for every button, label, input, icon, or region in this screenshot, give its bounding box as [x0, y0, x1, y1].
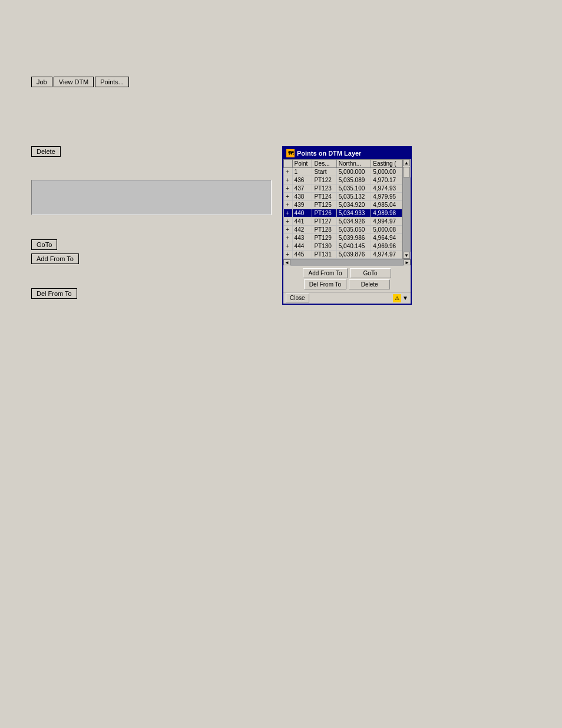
easting-cell: 4,994.97 [371, 218, 402, 226]
northing-cell: 5,034.920 [336, 201, 371, 209]
popup-goto-button[interactable]: GoTo [350, 268, 391, 278]
table-row[interactable]: +443PT1295,039.9864,964.94 [284, 234, 402, 242]
h-scrollbar-track [290, 259, 404, 266]
scrollbar-thumb [403, 167, 410, 177]
northing-cell: 5,035.132 [336, 193, 371, 201]
northing-cell: 5,040.145 [336, 242, 371, 251]
easting-cell: 4,985.04 [371, 201, 402, 209]
desc-cell: PT123 [312, 185, 336, 193]
v-scrollbar[interactable]: ▲ ▼ [402, 159, 411, 259]
point-cell: 442 [292, 226, 312, 234]
del-from-to-button[interactable]: Del From To [31, 288, 77, 299]
table-row[interactable]: +445PT1315,039.8764,974.97 [284, 251, 402, 259]
point-cell: 439 [292, 201, 312, 209]
northing-cell: 5,039.986 [336, 234, 371, 242]
main-area: Job View DTM Points... Delete GoTo Add F… [0, 0, 562, 728]
table-row[interactable]: +440PT1265,034.9334,989.98 [284, 209, 402, 218]
table-row[interactable]: +1Start5,000.0005,000.00 [284, 168, 402, 176]
desc-cell: PT124 [312, 193, 336, 201]
desc-cell: PT125 [312, 201, 336, 209]
col-point: Point [292, 160, 312, 168]
northing-cell: 5,034.926 [336, 218, 371, 226]
scrollbar-track [403, 177, 411, 252]
popup-delete-button[interactable]: Delete [349, 279, 390, 289]
point-cell: 438 [292, 193, 312, 201]
desc-cell: PT127 [312, 218, 336, 226]
popup-title-text: Points on DTM Layer [297, 150, 361, 157]
popup-add-from-to-button[interactable]: Add From To [303, 268, 347, 278]
northing-cell: 5,035.100 [336, 185, 371, 193]
col-desc: Des... [312, 160, 336, 168]
point-cell: 436 [292, 176, 312, 185]
point-cell: 444 [292, 242, 312, 251]
points-button[interactable]: Points... [95, 77, 129, 87]
table-row[interactable]: +438PT1245,035.1324,979.95 [284, 193, 402, 201]
goto-button[interactable]: GoTo [31, 239, 57, 250]
desc-cell: PT130 [312, 242, 336, 251]
plus-cell: + [284, 168, 293, 176]
easting-cell: 5,000.00 [371, 168, 402, 176]
scrollbar-up-button[interactable]: ▲ [403, 159, 410, 166]
table-row[interactable]: +442PT1285,035.0505,000.08 [284, 226, 402, 234]
desc-cell: PT122 [312, 176, 336, 185]
plus-cell: + [284, 176, 293, 185]
northing-cell: 5,035.089 [336, 176, 371, 185]
desc-cell: PT131 [312, 251, 336, 259]
northing-cell: 5,034.933 [336, 209, 371, 218]
popup-footer-right: ⚠ ▼ [392, 294, 408, 302]
popup-icon: 🗺 [286, 149, 295, 157]
points-on-dtm-popup: 🗺 Points on DTM Layer Point Des... North… [282, 146, 412, 305]
easting-cell: 5,000.08 [371, 226, 402, 234]
popup-btn-row-2: Del From To Delete [286, 279, 408, 289]
plus-cell: + [284, 226, 293, 234]
desc-cell: PT129 [312, 234, 336, 242]
plus-cell: + [284, 242, 293, 251]
desc-cell: Start [312, 168, 336, 176]
point-cell: 445 [292, 251, 312, 259]
table-row[interactable]: +441PT1275,034.9264,994.97 [284, 218, 402, 226]
point-cell: 437 [292, 185, 312, 193]
point-cell: 441 [292, 218, 312, 226]
plus-cell: + [284, 185, 293, 193]
northing-cell: 5,035.050 [336, 226, 371, 234]
toolbar: Job View DTM Points... [31, 77, 129, 87]
popup-footer-icon: ⚠ [393, 294, 401, 302]
h-scrollbar-right[interactable]: ► [404, 259, 411, 265]
plus-cell: + [284, 193, 293, 201]
popup-close-button[interactable]: Close [286, 294, 309, 302]
northing-cell: 5,000.000 [336, 168, 371, 176]
text-area-box [31, 180, 272, 215]
scrollbar-down-button[interactable]: ▼ [403, 252, 410, 259]
easting-cell: 4,970.17 [371, 176, 402, 185]
table-row[interactable]: +439PT1255,034.9204,985.04 [284, 201, 402, 209]
popup-title-bar: 🗺 Points on DTM Layer [283, 147, 411, 159]
plus-cell: + [284, 234, 293, 242]
plus-cell: + [284, 218, 293, 226]
desc-cell: PT128 [312, 226, 336, 234]
h-scrollbar-left[interactable]: ◄ [283, 259, 290, 265]
table-row[interactable]: +436PT1225,035.0894,970.17 [284, 176, 402, 185]
desc-cell: PT126 [312, 209, 336, 218]
plus-cell: + [284, 209, 293, 218]
add-from-to-button[interactable]: Add From To [31, 253, 79, 264]
table-container: Point Des... Northn... Easting ( +1Start… [283, 159, 402, 259]
delete-button[interactable]: Delete [31, 146, 61, 157]
easting-cell: 4,969.96 [371, 242, 402, 251]
popup-footer: Close ⚠ ▼ [283, 292, 411, 304]
plus-cell: + [284, 201, 293, 209]
view-dtm-button[interactable]: View DTM [54, 77, 94, 87]
easting-cell: 4,974.93 [371, 185, 402, 193]
easting-cell: 4,974.97 [371, 251, 402, 259]
point-cell: 440 [292, 209, 312, 218]
job-button[interactable]: Job [31, 77, 52, 87]
col-easting: Easting ( [371, 160, 402, 168]
table-header-row: Point Des... Northn... Easting ( [284, 160, 402, 168]
popup-action-buttons: Add From To GoTo Del From To Delete [283, 266, 411, 292]
table-row[interactable]: +444PT1305,040.1454,969.96 [284, 242, 402, 251]
col-plus [284, 160, 293, 168]
point-cell: 1 [292, 168, 312, 176]
table-row[interactable]: +437PT1235,035.1004,974.93 [284, 185, 402, 193]
popup-btn-row-1: Add From To GoTo [286, 268, 408, 278]
easting-cell: 4,964.94 [371, 234, 402, 242]
popup-del-from-to-button[interactable]: Del From To [304, 279, 346, 289]
